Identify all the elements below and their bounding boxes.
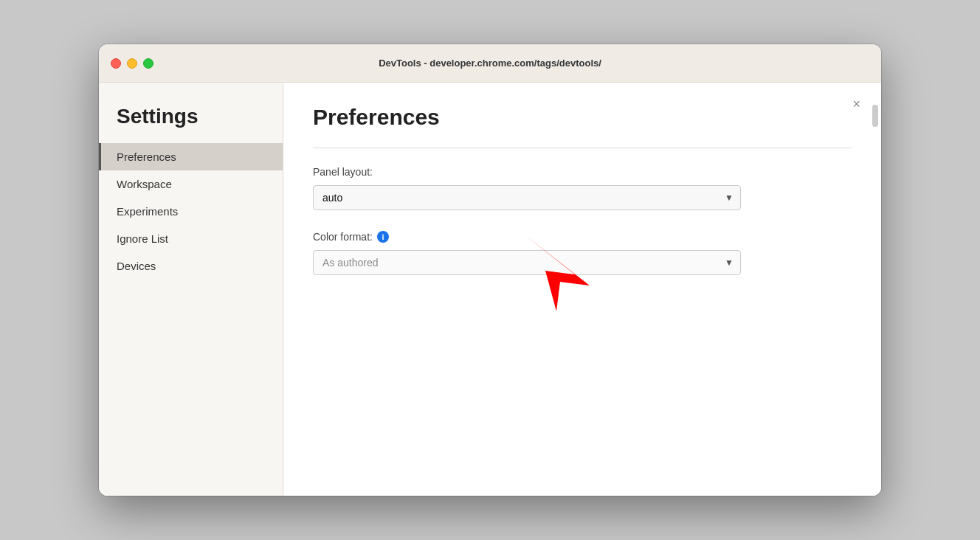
sidebar-link-ignore-list[interactable]: Ignore List xyxy=(99,225,283,252)
color-format-section: Color format: i As authored HEX RGB HSL … xyxy=(313,231,852,275)
panel-layout-section: Panel layout: auto horizontal vertical ▼ xyxy=(313,166,852,210)
panel-title: Preferences xyxy=(313,105,852,130)
sidebar-item-workspace[interactable]: Workspace xyxy=(99,170,283,198)
window-wrapper: DevTools - developer.chrome.com/tags/dev… xyxy=(84,41,896,499)
main-panel: × Preferences Panel layout: auto horizon… xyxy=(283,83,881,496)
sidebar: Settings Preferences Workspace Experimen… xyxy=(99,83,283,496)
maximize-traffic-light[interactable] xyxy=(143,58,153,69)
color-format-select-wrapper: As authored HEX RGB HSL ▼ xyxy=(313,250,741,275)
traffic-lights xyxy=(111,58,153,69)
sidebar-title: Settings xyxy=(99,97,283,143)
color-format-select[interactable]: As authored HEX RGB HSL xyxy=(313,250,741,275)
panel-layout-select[interactable]: auto horizontal vertical xyxy=(313,185,741,210)
titlebar: DevTools - developer.chrome.com/tags/dev… xyxy=(99,44,881,83)
color-format-label-text: Color format: xyxy=(313,231,373,243)
sidebar-link-devices[interactable]: Devices xyxy=(99,252,283,280)
scrollbar-thumb xyxy=(872,105,878,127)
panel-layout-select-wrapper: auto horizontal vertical ▼ xyxy=(313,185,741,210)
sidebar-link-preferences[interactable]: Preferences xyxy=(99,143,283,170)
browser-window: DevTools - developer.chrome.com/tags/dev… xyxy=(99,44,881,496)
sidebar-nav: Preferences Workspace Experiments Ignore… xyxy=(99,143,283,280)
sidebar-item-devices[interactable]: Devices xyxy=(99,252,283,280)
window-title: DevTools - developer.chrome.com/tags/dev… xyxy=(379,58,601,69)
info-icon[interactable]: i xyxy=(377,231,389,243)
sidebar-item-ignore-list[interactable]: Ignore List xyxy=(99,225,283,252)
sidebar-item-preferences[interactable]: Preferences xyxy=(99,143,283,170)
color-format-label-row: Color format: i xyxy=(313,231,852,243)
panel-layout-label: Panel layout: xyxy=(313,166,852,178)
settings-body: Settings Preferences Workspace Experimen… xyxy=(99,83,881,496)
sidebar-link-experiments[interactable]: Experiments xyxy=(99,198,283,225)
sidebar-link-workspace[interactable]: Workspace xyxy=(99,170,283,198)
panel-divider xyxy=(313,148,852,148)
close-traffic-light[interactable] xyxy=(111,58,121,69)
scrollbar-track[interactable] xyxy=(872,105,878,474)
minimize-traffic-light[interactable] xyxy=(127,58,137,69)
sidebar-item-experiments[interactable]: Experiments xyxy=(99,198,283,225)
close-button[interactable]: × xyxy=(846,94,866,114)
